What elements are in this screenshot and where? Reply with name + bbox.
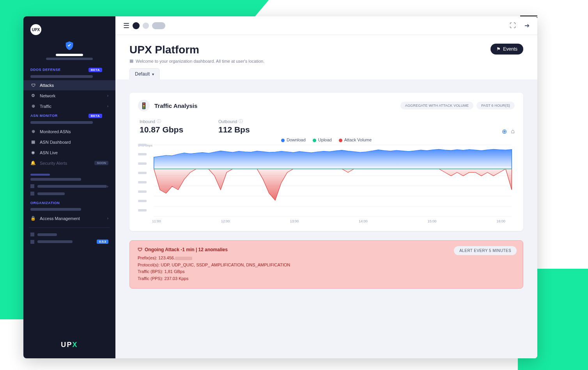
info-icon[interactable]: ⓘ [239,118,243,124]
sidebar-item-label: Monitored ASNs [40,129,71,134]
section-ddos-title: DDOS DEFENSEBETA [23,65,115,73]
chevron-right-icon: › [107,104,108,108]
page-header: ⚑Events UPX Platform ▦Welcome to your or… [115,35,537,68]
sidebar-item-label: Traffic [40,104,51,109]
alert-protocols: Protocol(s): UDP, UDP_QUIC, SSDP_ AMPLIF… [138,262,515,269]
sidebar-item-label: ASN Live [40,150,58,155]
tabs: Default▾ [115,68,537,79]
main: ☰ ⛶ ➜ ⚑Events UPX Platform ▦Welcome to y… [115,16,537,358]
share-icon: ⚙ [30,93,36,98]
legend-download[interactable]: Download [281,137,306,142]
chevron-down-icon: ▾ [152,72,154,76]
chevron-right-icon: › [107,93,108,98]
x-axis: 11:0012:0013:0014:0015:0016:00 [138,218,515,223]
decor-left [0,0,23,319]
welcome-text: ▦Welcome to your organization dashboard.… [129,58,523,63]
brand-logo[interactable]: UPX [30,24,41,35]
theme-toggle-light[interactable] [143,23,149,29]
section-org-title: ORGANIZATION [23,199,115,206]
x-tick: 13:00 [290,219,299,223]
sidebar-item-label: ASN Dashboard [40,140,71,144]
redacted [175,257,192,260]
x-tick: 12:00 [221,219,230,223]
eye-icon: ◉ [30,150,36,155]
flag-icon: ⚑ [496,46,501,52]
metric-label: Inbound [140,119,155,124]
sidebar-item-label: Access Management [40,216,80,221]
lock-icon: 🔒 [30,216,36,221]
ongoing-attack-alert: ALERT EVERY 5 MINUTES 🛡Ongoing Attack -1… [129,240,523,289]
page-title: UPX Platform [129,44,523,56]
alert-pps: Traffic (PPS): 237.03 Kpps [138,275,515,282]
traffic-icon: 🚦 [138,100,150,111]
metric-value: 112 Bps [218,125,250,134]
events-button[interactable]: ⚑Events [491,44,523,55]
metric-value: 10.87 Gbps [140,125,183,134]
metric-outbound: Outbound ⓘ 112 Bps [218,118,250,134]
topbar: ☰ ⛶ ➜ [115,16,537,35]
chevron-right-icon: › [107,216,108,220]
theme-toggle-dark[interactable] [133,22,140,29]
alert-bps: Traffic (BPS): 1,81 GBps [138,268,515,275]
logout-icon[interactable]: ➜ [524,22,530,29]
x-tick: 11:00 [152,219,161,223]
sidebar-item-network[interactable]: ⚙Network› [23,90,115,101]
soon-badge: SOON [94,161,108,165]
sidebar-item-asn-live[interactable]: ◉ASN Live [23,147,115,158]
bell-icon: 🔔 [30,160,36,166]
sidebar-item-asn-dashboard[interactable]: ▦ASN Dashboard [23,137,115,147]
shield-alert-icon: 🛡 [138,247,142,252]
traffic-analysis-card: 🚦 Traffic Analysis AGGREGATE WITH ATTACK… [129,93,523,231]
search-plus-icon: ⊕ [30,129,36,134]
alert-frequency-chip[interactable]: ALERT EVERY 5 MINUTES [454,246,517,255]
zoom-icon[interactable]: ⊕ [502,128,507,135]
chart-legend: Download Upload Attack Volume [138,137,515,142]
y-ticks [138,144,150,211]
legend-upload[interactable]: Upload [313,137,332,142]
tab-default[interactable]: Default▾ [129,68,159,79]
alert-prefixes: Prefix(es): 123.456. [138,255,515,262]
dashboard-icon: ▦ [129,58,133,63]
version-badge: 0.5.3 [97,240,108,244]
chart-svg [138,144,515,218]
grid-icon: ▦ [30,139,36,144]
events-label: Events [503,46,517,52]
legend-attack[interactable]: Attack Volume [339,137,372,142]
chip-timerange[interactable]: PAST 6 HOUR(S) [476,102,515,109]
metric-inbound: Inbound ⓘ 10.87 Gbps [140,118,183,134]
sidebar-item-access-management[interactable]: 🔒Access Management› [23,213,115,224]
footer-logo: UPX [23,334,115,358]
sidebar-hero [23,38,115,65]
globe-icon: ⊕ [30,104,36,109]
theme-toggle[interactable] [152,22,165,29]
sidebar-item-traffic[interactable]: ⊕Traffic› [23,101,115,111]
x-tick: 14:00 [359,219,368,223]
metrics: Inbound ⓘ 10.87 Gbps Outbound ⓘ 112 Bps [140,118,250,134]
content: 🚦 Traffic Analysis AGGREGATE WITH ATTACK… [115,79,537,358]
x-tick: 15:00 [428,219,437,223]
sidebar-item-label: Network [40,93,55,98]
x-tick: 16:00 [496,219,505,223]
menu-icon[interactable]: ☰ [123,21,129,30]
home-icon[interactable]: ⌂ [511,128,515,135]
metric-label: Outbound [218,119,237,124]
sidebar-item-security-alerts: 🔔Security AlertsSOON [23,158,115,168]
shield-icon: 🛡 [30,83,36,88]
traffic-chart: 14.0 Gbps [138,144,515,218]
shield-check-icon [64,41,75,51]
sidebar-item-monitored-asns[interactable]: ⊕Monitored ASNs [23,126,115,137]
tab-label: Default [135,71,150,77]
sidebar-item-label: Security Alerts [40,161,67,166]
card-title: Traffic Analysis [154,102,197,109]
beta-badge: BETA [89,68,102,72]
section-asn-title: ASN MONITORBETA [23,111,115,119]
chip-aggregate[interactable]: AGGREGATE WITH ATTACK VOLUME [400,102,474,109]
info-icon[interactable]: ⓘ [157,118,161,124]
beta-badge: BETA [89,114,102,118]
chart-tools: ⊕ ⌂ [502,128,515,135]
sidebar-item-attacks[interactable]: 🛡Attacks [23,80,115,90]
fullscreen-icon[interactable]: ⛶ [510,22,516,29]
app-window: UPX DDOS DEFENSEBETA 🛡Attacks ⚙Network› … [23,16,537,358]
sidebar: UPX DDOS DEFENSEBETA 🛡Attacks ⚙Network› … [23,16,115,358]
sidebar-item-label: Attacks [40,83,54,88]
